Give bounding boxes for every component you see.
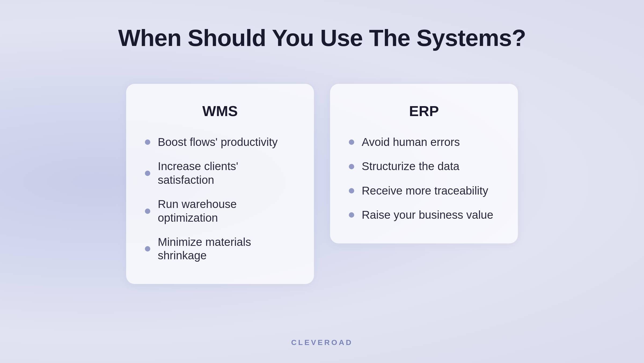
list-item: Run warehouse optimization: [145, 197, 295, 225]
erp-item-3: Receive more traceability: [362, 184, 488, 197]
bullet-icon: [349, 139, 354, 145]
list-item: Increase clients' satisfaction: [145, 160, 295, 187]
erp-item-4: Raise your business value: [362, 208, 493, 222]
bullet-icon: [145, 139, 150, 145]
bullet-icon: [349, 164, 354, 169]
erp-item-1: Avoid human errors: [362, 135, 460, 149]
bullet-icon: [145, 246, 150, 251]
wms-item-2: Increase clients' satisfaction: [158, 160, 295, 187]
bullet-icon: [145, 171, 150, 176]
footer-brand: CLEVEROAD: [291, 338, 353, 363]
erp-card-title: ERP: [349, 103, 499, 119]
wms-item-4: Minimize materials shrinkage: [158, 235, 295, 263]
list-item: Minimize materials shrinkage: [145, 235, 295, 263]
cards-container: WMS Boost flows' productivity Increase c…: [126, 84, 518, 284]
bullet-icon: [145, 209, 150, 214]
list-item: Structurize the data: [349, 160, 499, 173]
list-item: Avoid human errors: [349, 135, 499, 149]
bullet-icon: [349, 212, 354, 218]
wms-card-title: WMS: [145, 103, 295, 119]
erp-card-list: Avoid human errors Structurize the data …: [349, 135, 499, 222]
erp-item-2: Structurize the data: [362, 160, 459, 173]
wms-card: WMS Boost flows' productivity Increase c…: [126, 84, 314, 284]
wms-item-3: Run warehouse optimization: [158, 197, 295, 225]
list-item: Raise your business value: [349, 208, 499, 222]
page-title: When Should You Use The Systems?: [118, 24, 526, 52]
list-item: Boost flows' productivity: [145, 135, 295, 149]
wms-item-1: Boost flows' productivity: [158, 135, 278, 149]
list-item: Receive more traceability: [349, 184, 499, 197]
wms-card-list: Boost flows' productivity Increase clien…: [145, 135, 295, 263]
erp-card: ERP Avoid human errors Structurize the d…: [330, 84, 518, 243]
bullet-icon: [349, 188, 354, 193]
